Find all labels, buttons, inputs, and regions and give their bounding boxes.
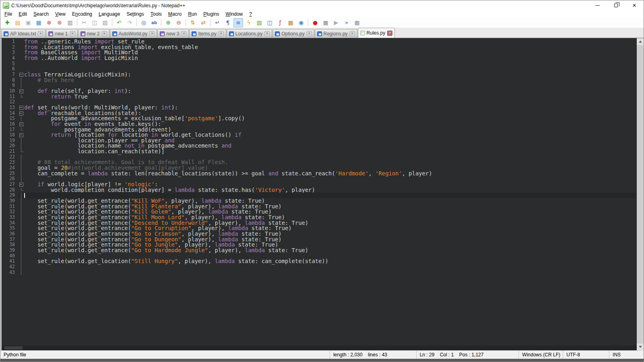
toolbar-button-function-list[interactable]: ƒ bbox=[275, 18, 285, 27]
tab-new-1[interactable]: new 1× bbox=[46, 29, 77, 38]
menu-item-encoding[interactable]: Encoding bbox=[69, 11, 95, 17]
line-number[interactable]: 28 bbox=[2, 187, 18, 193]
tab-items-py[interactable]: Items.py× bbox=[189, 29, 226, 38]
line-number[interactable]: 20 bbox=[2, 143, 18, 149]
tab-locations-py[interactable]: Locations.py× bbox=[227, 29, 272, 38]
menu-item-file[interactable]: File bbox=[1, 11, 15, 17]
line-number[interactable]: 25 bbox=[2, 171, 18, 177]
menu-item-run[interactable]: Run bbox=[185, 11, 200, 17]
tab-close-icon[interactable]: × bbox=[38, 31, 43, 36]
toolbar-button-document-map[interactable]: ▧ bbox=[254, 18, 264, 27]
line-number[interactable]: 36 bbox=[2, 231, 18, 237]
tab-new-3[interactable]: new 3× bbox=[157, 29, 189, 38]
code-line-41[interactable]: 41 set_rule(world.get_location("Still Hu… bbox=[2, 259, 637, 264]
tab-close-icon[interactable]: × bbox=[149, 31, 155, 36]
line-number[interactable]: 7 bbox=[2, 72, 18, 78]
vertical-scroll-thumb[interactable] bbox=[637, 45, 644, 343]
line-number[interactable]: 23 bbox=[2, 160, 18, 165]
tab-close-icon[interactable]: × bbox=[181, 31, 186, 36]
line-number[interactable]: 35 bbox=[2, 226, 18, 231]
code-text[interactable]: return True bbox=[24, 94, 637, 100]
scroll-up-arrow[interactable] bbox=[637, 38, 644, 45]
line-number[interactable]: 4 bbox=[2, 56, 18, 61]
toolbar-button-redo[interactable]: ↷ bbox=[125, 18, 134, 27]
line-number[interactable]: 38 bbox=[2, 242, 18, 248]
menu-item-search[interactable]: Search bbox=[30, 11, 52, 17]
fold-collapse-icon[interactable] bbox=[18, 121, 24, 127]
line-number[interactable]: 9 bbox=[2, 83, 18, 88]
toolbar-button-document-list[interactable]: ◫ bbox=[265, 18, 275, 27]
line-number[interactable]: 31 bbox=[2, 204, 18, 210]
tab-regions-py[interactable]: Regions.py× bbox=[315, 29, 357, 38]
line-number[interactable]: 42 bbox=[2, 264, 18, 270]
line-number[interactable]: 3 bbox=[2, 50, 18, 56]
code-text[interactable]: def rule(self, player: int): bbox=[24, 88, 637, 94]
menu-item-window[interactable]: Window bbox=[223, 11, 246, 17]
code-line-11[interactable]: 11 return True bbox=[2, 94, 637, 100]
toolbar-button-show-indent-guide[interactable]: ≡ bbox=[233, 18, 243, 27]
toolbar-button-monitoring-eye[interactable]: ◉ bbox=[296, 18, 306, 27]
vertical-scrollbar[interactable] bbox=[637, 38, 644, 350]
line-number[interactable]: 14 bbox=[2, 111, 18, 116]
toolbar-button-close[interactable]: ⊗ bbox=[44, 18, 54, 27]
fold-collapse-icon[interactable] bbox=[18, 182, 24, 187]
line-number[interactable]: 22 bbox=[2, 154, 18, 160]
code-text[interactable] bbox=[24, 270, 637, 276]
minimize-button[interactable] bbox=[588, 0, 607, 10]
menu-item-view[interactable]: View bbox=[52, 11, 69, 17]
menu-item-[interactable]: ? bbox=[246, 11, 255, 17]
tab-close-icon[interactable]: × bbox=[102, 31, 107, 36]
scroll-down-arrow[interactable] bbox=[637, 343, 644, 350]
line-number[interactable]: 26 bbox=[2, 176, 18, 182]
toolbar-button-print[interactable]: ▥ bbox=[65, 18, 75, 27]
menu-item-settings[interactable]: Settings bbox=[123, 11, 147, 17]
fold-collapse-icon[interactable] bbox=[18, 105, 24, 111]
tab-options-py[interactable]: Options.py× bbox=[272, 29, 314, 38]
toolbar-button-zoom-out[interactable]: ⊖ bbox=[174, 18, 184, 27]
toolbar-button-find[interactable]: ◎ bbox=[139, 18, 149, 27]
toolbar-button-replace[interactable]: ab bbox=[149, 18, 159, 27]
menu-item-language[interactable]: Language bbox=[95, 11, 123, 17]
fold-collapse-icon[interactable] bbox=[18, 132, 24, 138]
menu-item-tools[interactable]: Tools bbox=[147, 11, 165, 17]
fold-collapse-icon[interactable] bbox=[18, 111, 24, 116]
code-line-4[interactable]: 4from ..AutoWorld import LogicMixin bbox=[2, 56, 637, 61]
toolbar-button-save-all[interactable]: ▦ bbox=[34, 18, 43, 27]
line-number[interactable]: 16 bbox=[2, 121, 18, 127]
tab-close-icon[interactable]: × bbox=[307, 31, 312, 36]
code-line-8[interactable]: 8 # Defs here bbox=[2, 78, 637, 83]
tab-close-icon[interactable]: × bbox=[264, 31, 270, 36]
code-line-42[interactable]: 42 bbox=[2, 264, 637, 270]
line-number[interactable]: 2 bbox=[2, 45, 18, 50]
fold-collapse-icon[interactable] bbox=[18, 88, 24, 94]
tab-close-icon[interactable]: × bbox=[350, 31, 355, 36]
code-line-39[interactable]: 39 set_rule(world.get_entrance("Go to Ha… bbox=[2, 248, 637, 253]
toolbar-button-save[interactable]: ▣ bbox=[23, 18, 33, 27]
line-number[interactable]: 32 bbox=[2, 209, 18, 215]
line-number[interactable]: 34 bbox=[2, 220, 18, 226]
toolbar-button-sync-vertical[interactable]: ⇅ bbox=[188, 18, 198, 27]
toolbar-button-open-folder[interactable]: ▤ bbox=[13, 18, 23, 27]
code-text[interactable]: set_rule(world.get_entrance("Go to Hardm… bbox=[24, 248, 637, 253]
line-number[interactable]: 1 bbox=[2, 39, 18, 45]
line-number[interactable]: 43 bbox=[2, 270, 18, 276]
code-text[interactable] bbox=[24, 264, 637, 270]
horizontal-scroll-thumb[interactable] bbox=[4, 346, 23, 350]
line-number[interactable]: 27 bbox=[2, 182, 18, 187]
toolbar-button-show-all-characters[interactable]: ¶ bbox=[223, 18, 233, 27]
line-number[interactable]: 18 bbox=[2, 132, 18, 138]
menu-item-plugins[interactable]: Plugins bbox=[200, 11, 222, 17]
toolbar-button-word-wrap[interactable]: ↵ bbox=[213, 18, 222, 27]
line-number[interactable]: 21 bbox=[2, 149, 18, 154]
line-number[interactable]: 33 bbox=[2, 215, 18, 220]
toolbar-button-macro-run-multiple[interactable]: » bbox=[342, 18, 351, 27]
line-number[interactable]: 6 bbox=[2, 66, 18, 72]
line-number[interactable]: 5 bbox=[2, 61, 18, 67]
tab-ap-ideas-txt[interactable]: AP Ideas.txt× bbox=[1, 29, 45, 38]
toolbar-button-cut[interactable]: ✂ bbox=[79, 18, 89, 27]
code-text[interactable]: can_complete = lambda state: len(reachab… bbox=[24, 171, 637, 177]
toolbar-button-macro-record[interactable]: ● bbox=[310, 18, 320, 27]
toolbar-button-user-defined-language[interactable]: ϟ bbox=[244, 18, 254, 27]
code-line-7[interactable]: 7class TerrariaLogic(LogicMixin): bbox=[2, 72, 637, 78]
restore-button[interactable] bbox=[607, 0, 625, 10]
